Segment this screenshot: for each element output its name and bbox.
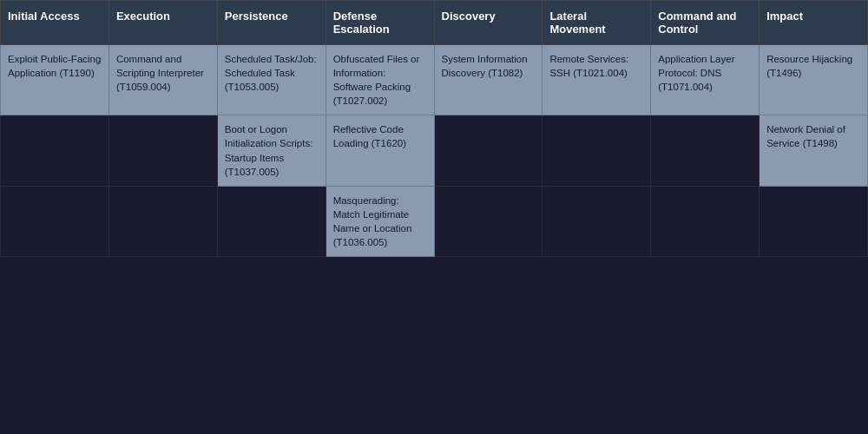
table-cell-r2-c6 [651,186,760,256]
table-cell-r0-c3: Obfuscated Files or Information: Softwar… [326,45,434,115]
cell-text: Obfuscated Files or Information: Softwar… [333,54,420,106]
table-cell-r2-c3: Masquerading: Match Legitimate Name or L… [326,186,434,256]
column-header-initial-access: Initial Access [1,1,109,45]
table-cell-r0-c5: Remote Services: SSH (T1021.004) [542,45,651,115]
cell-text: Boot or Logon Initialization Scripts: St… [225,124,313,176]
cell-text: System Information Discovery (T1082) [442,54,528,78]
table-cell-r1-c6 [651,115,760,186]
header-label: Defense Escalation [333,10,390,36]
column-header-defense-escalation: Defense Escalation [326,1,434,45]
header-label: Persistence [225,10,288,23]
header-label: Lateral Movement [549,10,605,36]
table-cell-r0-c6: Application Layer Protocol: DNS (T1071.0… [651,45,760,115]
cell-text: Resource Hijacking (T1496) [766,54,852,78]
table-cell-r1-c4 [434,115,542,186]
table-cell-r0-c4: System Information Discovery (T1082) [434,45,542,115]
table-cell-r2-c4 [434,186,542,256]
cell-text: Application Layer Protocol: DNS (T1071.0… [658,54,734,92]
table-cell-r1-c5 [542,115,651,186]
cell-text: Remote Services: SSH (T1021.004) [549,54,628,78]
cell-text: Command and Scripting Interpreter (T1059… [116,54,204,92]
cell-text: Exploit Public-Facing Application (T1190… [8,54,101,78]
table-cell-r0-c0: Exploit Public-Facing Application (T1190… [1,45,109,115]
cell-text: Network Denial of Service (T1498) [766,124,845,148]
table-cell-r1-c1 [108,115,217,186]
header-label: Command and Control [658,10,736,36]
header-label: Execution [116,10,170,23]
table-cell-r2-c7 [760,186,868,256]
column-header-lateral-movement: Lateral Movement [542,1,651,45]
table-cell-r2-c0 [1,186,109,256]
table-cell-r0-c2: Scheduled Task/Job: Scheduled Task (T105… [217,45,326,115]
cell-text: Scheduled Task/Job: Scheduled Task (T105… [225,54,317,92]
column-header-impact: Impact [760,1,868,45]
table-cell-r2-c1 [108,186,217,256]
cell-text: Masquerading: Match Legitimate Name or L… [333,195,412,247]
header-label: Initial Access [8,10,80,23]
column-header-persistence: Persistence [217,1,326,45]
table-cell-r0-c7: Resource Hijacking (T1496) [760,45,868,115]
table-cell-r2-c5 [542,186,651,256]
column-header-execution: Execution [108,1,217,45]
column-header-discovery: Discovery [434,1,542,45]
table-cell-r1-c2: Boot or Logon Initialization Scripts: St… [217,115,326,186]
cell-text: Reflective Code Loading (T1620) [333,124,406,148]
column-header-command-control: Command and Control [651,1,760,45]
table-cell-r1-c7: Network Denial of Service (T1498) [760,115,868,186]
table-cell-r1-c0 [1,115,109,186]
attack-matrix-table: Initial AccessExecutionPersistenceDefens… [0,0,868,257]
header-label: Discovery [442,10,496,23]
table-cell-r1-c3: Reflective Code Loading (T1620) [326,115,434,186]
table-cell-r2-c2 [217,186,326,256]
header-label: Impact [766,10,803,23]
table-cell-r0-c1: Command and Scripting Interpreter (T1059… [108,45,217,115]
